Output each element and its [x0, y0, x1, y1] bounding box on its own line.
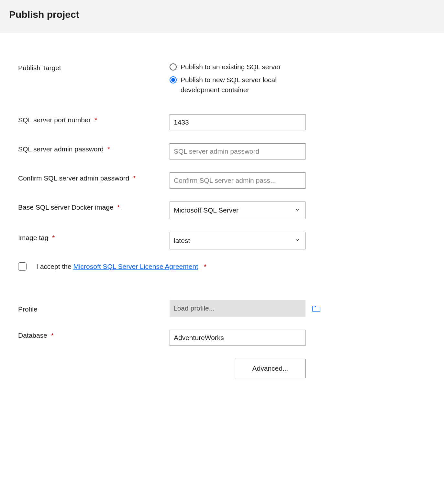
admin-password-row: SQL server admin password * — [18, 143, 426, 159]
publish-target-controls: Publish to an existing SQL server Publis… — [170, 62, 305, 95]
image-tag-control — [170, 232, 305, 249]
admin-password-label-col: SQL server admin password * — [18, 143, 170, 153]
required-asterisk-icon: * — [52, 234, 55, 241]
database-row: Database * — [18, 330, 426, 346]
publish-target-row: Publish Target Publish to an existing SQ… — [18, 62, 426, 95]
confirm-password-row: Confirm SQL server admin password * — [18, 172, 426, 189]
docker-image-row: Base SQL server Docker image * — [18, 202, 426, 219]
confirm-password-label-col: Confirm SQL server admin password * — [18, 172, 170, 182]
required-asterisk-icon: * — [117, 203, 120, 211]
radio-icon — [170, 76, 177, 83]
profile-label: Profile — [18, 305, 38, 313]
port-number-control — [170, 114, 305, 130]
database-input[interactable] — [170, 330, 305, 346]
image-tag-label-col: Image tag * — [18, 232, 170, 242]
database-control — [170, 330, 305, 346]
image-tag-select-wrap — [170, 232, 305, 249]
license-checkbox[interactable] — [18, 262, 27, 271]
database-label-col: Database * — [18, 330, 170, 339]
docker-image-select-wrap — [170, 202, 305, 219]
required-asterisk-icon: * — [107, 145, 110, 153]
publish-target-label: Publish Target — [18, 64, 61, 71]
required-asterisk-icon: * — [51, 332, 54, 339]
profile-input[interactable] — [170, 300, 305, 317]
radio-label-existing: Publish to an existing SQL server — [181, 62, 281, 72]
profile-row: Profile — [18, 300, 426, 317]
docker-image-control — [170, 202, 305, 219]
admin-password-label: SQL server admin password — [18, 145, 104, 153]
radio-label-new-container: Publish to new SQL server local developm… — [181, 75, 305, 95]
image-tag-select[interactable] — [170, 232, 305, 249]
advanced-button[interactable]: Advanced... — [235, 359, 305, 378]
port-number-label: SQL server port number — [18, 116, 91, 124]
admin-password-control — [170, 143, 305, 159]
port-number-input[interactable] — [170, 114, 305, 130]
publish-target-label-col: Publish Target — [18, 62, 170, 72]
advanced-button-row: Advanced... — [170, 359, 305, 378]
license-link[interactable]: Microsoft SQL Server License Agreement — [73, 263, 198, 270]
dialog-title: Publish project — [9, 9, 435, 20]
docker-image-select[interactable] — [170, 202, 305, 219]
confirm-password-label: Confirm SQL server admin password — [18, 174, 129, 182]
docker-image-label: Base SQL server Docker image — [18, 203, 114, 211]
dialog-header: Publish project — [0, 0, 444, 33]
database-label: Database — [18, 332, 47, 339]
profile-controls — [170, 300, 426, 317]
publish-form: Publish Target Publish to an existing SQ… — [0, 33, 444, 391]
confirm-password-control — [170, 172, 305, 189]
radio-option-existing[interactable]: Publish to an existing SQL server — [170, 62, 305, 72]
docker-image-label-col: Base SQL server Docker image * — [18, 202, 170, 211]
browse-profile-button[interactable] — [311, 303, 321, 313]
port-number-label-col: SQL server port number * — [18, 114, 170, 124]
profile-label-col: Profile — [18, 303, 170, 313]
folder-icon — [312, 304, 321, 312]
license-prefix: I accept the — [36, 263, 73, 270]
image-tag-row: Image tag * — [18, 232, 426, 249]
confirm-password-input[interactable] — [170, 172, 305, 189]
image-tag-label: Image tag — [18, 234, 48, 241]
admin-password-input[interactable] — [170, 143, 305, 159]
required-asterisk-icon: * — [94, 116, 97, 124]
port-number-row: SQL server port number * — [18, 114, 426, 130]
license-suffix: . — [198, 263, 200, 270]
required-asterisk-icon: * — [133, 174, 136, 182]
license-label: I accept the Microsoft SQL Server Licens… — [36, 263, 206, 270]
publish-target-radio-group: Publish to an existing SQL server Publis… — [170, 62, 305, 95]
license-row: I accept the Microsoft SQL Server Licens… — [18, 262, 426, 271]
required-asterisk-icon: * — [204, 263, 206, 270]
radio-icon — [170, 63, 177, 71]
radio-option-new-container[interactable]: Publish to new SQL server local developm… — [170, 75, 305, 95]
